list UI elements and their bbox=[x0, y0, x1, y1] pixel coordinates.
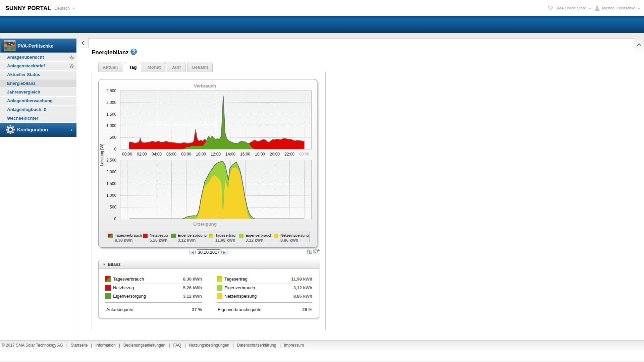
svg-text:?: ? bbox=[132, 50, 135, 54]
